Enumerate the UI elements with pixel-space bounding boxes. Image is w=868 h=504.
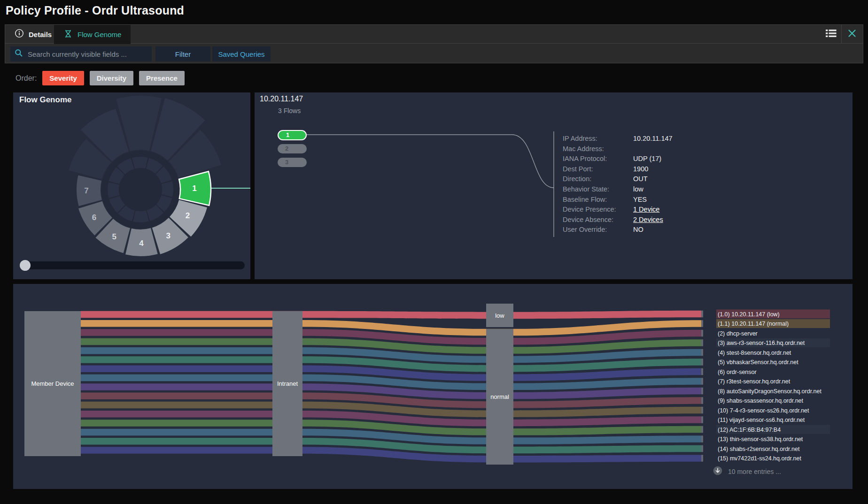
header-block: Details Flow Genome [5, 24, 863, 63]
flow-pill-3[interactable]: 3 [278, 158, 307, 167]
filter-button[interactable]: Filter [155, 46, 210, 61]
detail-value-link[interactable]: 1 Device [633, 205, 659, 215]
list-icon [826, 29, 837, 39]
wheel-segment-7[interactable] [77, 175, 102, 206]
sankey-entry-label[interactable]: (3) aws-r3-sensor-116.hq.ordr.net [718, 340, 805, 346]
detail-label: Direction: [563, 174, 633, 184]
search-input[interactable] [27, 50, 147, 59]
detail-label: Dest Port: [563, 164, 633, 175]
genome-zoom-slider-handle[interactable] [20, 260, 31, 271]
sankey-entry-label[interactable]: (10) 7-4-r3-sensor-ss26.hq.ordr.net [718, 407, 809, 414]
sankey-entry-label[interactable]: (9) shabs-ssassensor.hq.ordr.net [718, 397, 804, 404]
sankey-ribbon-endcap [701, 339, 703, 346]
wheel-segment-label: 5 [112, 232, 116, 241]
more-entries-label: 10 more entries ... [728, 468, 781, 475]
sankey-ribbon-endcap [701, 455, 703, 462]
detail-value: OUT [633, 174, 648, 184]
saved-queries-button[interactable]: Saved Queries [212, 46, 271, 61]
sankey-node-label: normal [490, 393, 509, 400]
sankey-ribbon-endcap [701, 320, 703, 327]
page-title: Policy Profile - Ordr Ultrasound [6, 4, 184, 17]
app-root: Policy Profile - Ordr Ultrasound Details… [0, 0, 868, 504]
detail-value-link[interactable]: 2 Devices [633, 215, 663, 225]
close-button[interactable] [842, 25, 862, 44]
wheel-segment-label: 6 [92, 213, 96, 222]
detail-value: NO [633, 225, 643, 235]
sankey-entry-label[interactable]: (2) dhcp-server [718, 330, 758, 337]
order-button-diversity[interactable]: Diversity [90, 71, 133, 85]
detail-row: Mac Address: [563, 144, 673, 154]
detail-value: 1900 [633, 164, 648, 175]
detail-value: YES [633, 195, 647, 205]
sankey-entry-label[interactable]: (5) vbhaskarSensor.hq.ordr.net [718, 359, 798, 366]
flow-connector [255, 92, 852, 279]
sankey-entry-label[interactable]: (8) autoSanityDragonSensor.hq.ordr.net [718, 388, 822, 395]
search-box[interactable] [10, 46, 152, 61]
flow-pill-2[interactable]: 2 [278, 144, 307, 153]
more-entries-button[interactable]: 10 more entries ... [713, 466, 781, 477]
detail-value: low [633, 184, 643, 195]
detail-row: Baseline Flow:YES [563, 195, 673, 205]
flow-pill-1[interactable]: 1 [278, 130, 307, 140]
detail-label: Mac Address: [563, 144, 633, 154]
detail-label: Behavior State: [563, 184, 633, 195]
sankey-ribbon-endcap [701, 416, 703, 423]
detail-label: IANA Protocol: [563, 154, 633, 164]
genome-panel-title: Flow Genome [19, 95, 71, 105]
order-row: Order: Severity Diversity Presence [16, 70, 185, 86]
detail-label: Device Presence: [563, 205, 633, 215]
sankey-entry-label[interactable]: (4) stest-8sensor.hq.ordr.net [718, 350, 791, 356]
detail-label: User Override: [563, 225, 633, 235]
dna-icon [63, 29, 73, 40]
sankey-entry-label[interactable]: (14) shabs-r2sensor.hq.ordr.net [718, 446, 800, 452]
sankey-node-label: Intranet [277, 380, 298, 387]
sankey-ribbon-endcap [701, 407, 703, 414]
wheel-segment-label: 1 [192, 184, 196, 193]
wheel-segment-label: 3 [166, 231, 170, 240]
sankey-entry-label[interactable]: (11) vijayd-sensor-ss6.hq.ordr.net [718, 417, 805, 423]
detail-value: 10.20.11.147 [633, 134, 673, 144]
sankey-ribbon-endcap [701, 311, 703, 318]
sankey-ribbon-endcap [701, 330, 703, 337]
sankey-entry-label[interactable]: (12) AC:1F:6B:B4:97:B4 [718, 427, 781, 433]
tab-flow-genome[interactable]: Flow Genome [54, 25, 131, 44]
sankey-ribbon-endcap [701, 349, 703, 356]
sankey-entry-label[interactable]: (7) r3test-sensor.hq.ordr.net [718, 378, 790, 385]
detail-value: UDP (17) [633, 154, 661, 164]
tab-bar: Details Flow Genome [5, 25, 863, 44]
detail-row: Device Absence:2 Devices [563, 215, 673, 225]
sankey-ribbon-endcap [701, 445, 703, 452]
genome-zoom-slider-track[interactable] [20, 261, 245, 269]
sankey-entry-label[interactable]: (1.0) 10.20.11.147 (low) [718, 311, 780, 318]
sankey-entry-label[interactable]: (13) thin-sensor-ss38.hq.ordr.net [718, 436, 803, 443]
toolbar: Filter Saved Queries [5, 44, 863, 63]
sankey-entry-label[interactable]: (1.1) 10.20.11.147 (normal) [718, 321, 789, 327]
tab-details[interactable]: Details [5, 25, 61, 44]
sankey-ribbon-endcap [701, 378, 703, 385]
sankey-ribbon-endcap [701, 388, 703, 395]
flow-details-list: IP Address:10.20.11.147Mac Address:IANA … [563, 134, 673, 235]
search-icon [15, 49, 23, 59]
wheel-segment-label: 4 [139, 239, 144, 248]
order-button-presence[interactable]: Presence [139, 71, 185, 85]
sankey-ribbon-endcap [701, 426, 703, 433]
sankey-panel: Member DeviceIntranetlownormal(1.0) 10.2… [13, 284, 852, 489]
circle-down-icon [713, 466, 722, 477]
detail-row: Dest Port:1900 [563, 164, 673, 175]
sankey-ribbon [81, 311, 701, 319]
genome-wheel: 1234567 [13, 92, 250, 279]
sankey-ribbon-endcap [701, 435, 703, 443]
detail-label: Baseline Flow: [563, 195, 633, 205]
sankey-ribbon-endcap [701, 368, 703, 375]
sankey-entry-label[interactable]: (6) ordr-sensor [718, 369, 757, 375]
connector-curve [512, 135, 554, 188]
detail-row: IP Address:10.20.11.147 [563, 134, 673, 144]
list-view-button[interactable] [821, 25, 841, 44]
sankey-entry-label[interactable]: (15) mv7422d1-ss24.hq.ordr.net [718, 455, 801, 462]
info-icon [15, 29, 24, 40]
sankey-diagram: Member DeviceIntranetlownormal(1.0) 10.2… [13, 284, 852, 489]
close-icon [847, 29, 857, 40]
detail-row: Direction:OUT [563, 174, 673, 184]
flow-genome-panel: 1234567 Flow Genome [13, 92, 250, 279]
order-button-severity[interactable]: Severity [42, 71, 84, 85]
